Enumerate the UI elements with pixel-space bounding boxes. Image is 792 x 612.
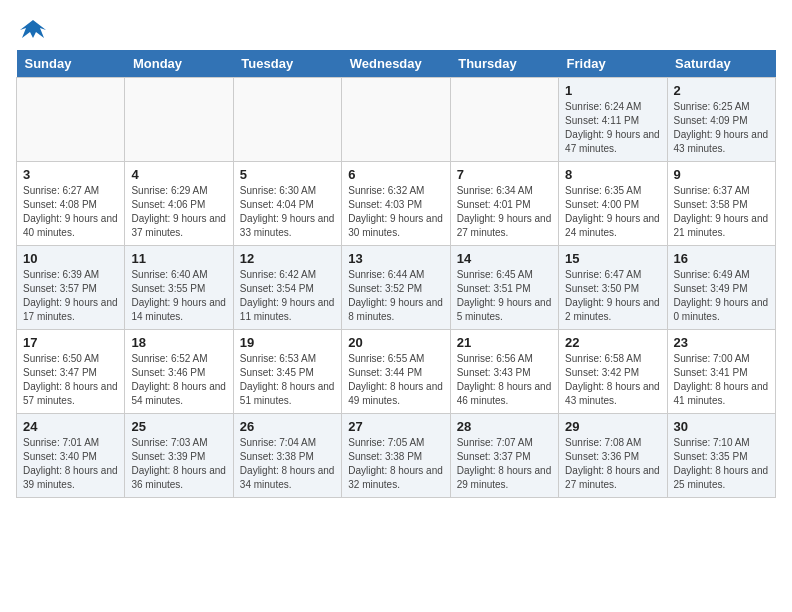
day-info: Sunrise: 6:32 AM Sunset: 4:03 PM Dayligh… xyxy=(348,184,443,240)
day-number: 4 xyxy=(131,167,226,182)
day-number: 20 xyxy=(348,335,443,350)
day-info: Sunrise: 7:07 AM Sunset: 3:37 PM Dayligh… xyxy=(457,436,552,492)
day-info: Sunrise: 6:44 AM Sunset: 3:52 PM Dayligh… xyxy=(348,268,443,324)
day-info: Sunrise: 6:34 AM Sunset: 4:01 PM Dayligh… xyxy=(457,184,552,240)
day-info: Sunrise: 6:45 AM Sunset: 3:51 PM Dayligh… xyxy=(457,268,552,324)
calendar-cell: 23Sunrise: 7:00 AM Sunset: 3:41 PM Dayli… xyxy=(667,330,775,414)
calendar-cell: 9Sunrise: 6:37 AM Sunset: 3:58 PM Daylig… xyxy=(667,162,775,246)
day-info: Sunrise: 6:55 AM Sunset: 3:44 PM Dayligh… xyxy=(348,352,443,408)
weekday-header-saturday: Saturday xyxy=(667,50,775,78)
calendar-cell: 20Sunrise: 6:55 AM Sunset: 3:44 PM Dayli… xyxy=(342,330,450,414)
day-info: Sunrise: 6:58 AM Sunset: 3:42 PM Dayligh… xyxy=(565,352,660,408)
calendar-cell: 17Sunrise: 6:50 AM Sunset: 3:47 PM Dayli… xyxy=(17,330,125,414)
day-number: 16 xyxy=(674,251,769,266)
svg-marker-0 xyxy=(20,20,46,38)
calendar-cell: 21Sunrise: 6:56 AM Sunset: 3:43 PM Dayli… xyxy=(450,330,558,414)
calendar-cell: 22Sunrise: 6:58 AM Sunset: 3:42 PM Dayli… xyxy=(559,330,667,414)
day-number: 22 xyxy=(565,335,660,350)
day-number: 1 xyxy=(565,83,660,98)
calendar-cell: 5Sunrise: 6:30 AM Sunset: 4:04 PM Daylig… xyxy=(233,162,341,246)
day-number: 15 xyxy=(565,251,660,266)
calendar-cell: 28Sunrise: 7:07 AM Sunset: 3:37 PM Dayli… xyxy=(450,414,558,498)
day-number: 23 xyxy=(674,335,769,350)
calendar-cell: 19Sunrise: 6:53 AM Sunset: 3:45 PM Dayli… xyxy=(233,330,341,414)
day-number: 26 xyxy=(240,419,335,434)
header xyxy=(16,16,776,38)
day-number: 30 xyxy=(674,419,769,434)
calendar-cell: 18Sunrise: 6:52 AM Sunset: 3:46 PM Dayli… xyxy=(125,330,233,414)
calendar-table: SundayMondayTuesdayWednesdayThursdayFrid… xyxy=(16,50,776,498)
logo-bird-icon xyxy=(18,16,48,44)
day-number: 24 xyxy=(23,419,118,434)
calendar-cell: 4Sunrise: 6:29 AM Sunset: 4:06 PM Daylig… xyxy=(125,162,233,246)
calendar-cell: 14Sunrise: 6:45 AM Sunset: 3:51 PM Dayli… xyxy=(450,246,558,330)
day-number: 7 xyxy=(457,167,552,182)
day-info: Sunrise: 6:30 AM Sunset: 4:04 PM Dayligh… xyxy=(240,184,335,240)
day-number: 13 xyxy=(348,251,443,266)
weekday-header-thursday: Thursday xyxy=(450,50,558,78)
calendar-cell xyxy=(342,78,450,162)
day-number: 6 xyxy=(348,167,443,182)
day-info: Sunrise: 6:56 AM Sunset: 3:43 PM Dayligh… xyxy=(457,352,552,408)
calendar-cell: 3Sunrise: 6:27 AM Sunset: 4:08 PM Daylig… xyxy=(17,162,125,246)
calendar-cell: 30Sunrise: 7:10 AM Sunset: 3:35 PM Dayli… xyxy=(667,414,775,498)
calendar-cell xyxy=(233,78,341,162)
day-info: Sunrise: 7:00 AM Sunset: 3:41 PM Dayligh… xyxy=(674,352,769,408)
calendar-cell: 12Sunrise: 6:42 AM Sunset: 3:54 PM Dayli… xyxy=(233,246,341,330)
day-number: 12 xyxy=(240,251,335,266)
day-info: Sunrise: 6:42 AM Sunset: 3:54 PM Dayligh… xyxy=(240,268,335,324)
day-info: Sunrise: 6:37 AM Sunset: 3:58 PM Dayligh… xyxy=(674,184,769,240)
day-info: Sunrise: 6:27 AM Sunset: 4:08 PM Dayligh… xyxy=(23,184,118,240)
day-number: 18 xyxy=(131,335,226,350)
day-number: 21 xyxy=(457,335,552,350)
day-info: Sunrise: 6:25 AM Sunset: 4:09 PM Dayligh… xyxy=(674,100,769,156)
day-info: Sunrise: 6:40 AM Sunset: 3:55 PM Dayligh… xyxy=(131,268,226,324)
day-number: 27 xyxy=(348,419,443,434)
day-number: 28 xyxy=(457,419,552,434)
weekday-header-sunday: Sunday xyxy=(17,50,125,78)
day-info: Sunrise: 6:35 AM Sunset: 4:00 PM Dayligh… xyxy=(565,184,660,240)
calendar-cell: 1Sunrise: 6:24 AM Sunset: 4:11 PM Daylig… xyxy=(559,78,667,162)
weekday-header-wednesday: Wednesday xyxy=(342,50,450,78)
day-number: 17 xyxy=(23,335,118,350)
calendar-cell: 7Sunrise: 6:34 AM Sunset: 4:01 PM Daylig… xyxy=(450,162,558,246)
calendar-cell: 11Sunrise: 6:40 AM Sunset: 3:55 PM Dayli… xyxy=(125,246,233,330)
calendar-cell: 29Sunrise: 7:08 AM Sunset: 3:36 PM Dayli… xyxy=(559,414,667,498)
day-number: 19 xyxy=(240,335,335,350)
day-info: Sunrise: 7:04 AM Sunset: 3:38 PM Dayligh… xyxy=(240,436,335,492)
day-number: 11 xyxy=(131,251,226,266)
calendar-cell: 25Sunrise: 7:03 AM Sunset: 3:39 PM Dayli… xyxy=(125,414,233,498)
day-info: Sunrise: 7:10 AM Sunset: 3:35 PM Dayligh… xyxy=(674,436,769,492)
day-number: 10 xyxy=(23,251,118,266)
calendar-cell: 8Sunrise: 6:35 AM Sunset: 4:00 PM Daylig… xyxy=(559,162,667,246)
day-number: 3 xyxy=(23,167,118,182)
day-info: Sunrise: 6:53 AM Sunset: 3:45 PM Dayligh… xyxy=(240,352,335,408)
day-info: Sunrise: 6:24 AM Sunset: 4:11 PM Dayligh… xyxy=(565,100,660,156)
day-number: 5 xyxy=(240,167,335,182)
calendar-cell: 2Sunrise: 6:25 AM Sunset: 4:09 PM Daylig… xyxy=(667,78,775,162)
calendar-cell: 27Sunrise: 7:05 AM Sunset: 3:38 PM Dayli… xyxy=(342,414,450,498)
day-info: Sunrise: 7:08 AM Sunset: 3:36 PM Dayligh… xyxy=(565,436,660,492)
day-info: Sunrise: 6:39 AM Sunset: 3:57 PM Dayligh… xyxy=(23,268,118,324)
calendar-cell xyxy=(17,78,125,162)
weekday-header-friday: Friday xyxy=(559,50,667,78)
day-number: 29 xyxy=(565,419,660,434)
calendar-cell: 24Sunrise: 7:01 AM Sunset: 3:40 PM Dayli… xyxy=(17,414,125,498)
day-info: Sunrise: 7:05 AM Sunset: 3:38 PM Dayligh… xyxy=(348,436,443,492)
day-number: 14 xyxy=(457,251,552,266)
day-info: Sunrise: 6:49 AM Sunset: 3:49 PM Dayligh… xyxy=(674,268,769,324)
day-number: 9 xyxy=(674,167,769,182)
calendar-cell xyxy=(125,78,233,162)
calendar-cell: 10Sunrise: 6:39 AM Sunset: 3:57 PM Dayli… xyxy=(17,246,125,330)
logo xyxy=(16,16,48,38)
calendar-cell xyxy=(450,78,558,162)
day-info: Sunrise: 6:50 AM Sunset: 3:47 PM Dayligh… xyxy=(23,352,118,408)
calendar-cell: 15Sunrise: 6:47 AM Sunset: 3:50 PM Dayli… xyxy=(559,246,667,330)
calendar-cell: 13Sunrise: 6:44 AM Sunset: 3:52 PM Dayli… xyxy=(342,246,450,330)
calendar-cell: 6Sunrise: 6:32 AM Sunset: 4:03 PM Daylig… xyxy=(342,162,450,246)
day-info: Sunrise: 7:01 AM Sunset: 3:40 PM Dayligh… xyxy=(23,436,118,492)
day-info: Sunrise: 6:52 AM Sunset: 3:46 PM Dayligh… xyxy=(131,352,226,408)
day-number: 25 xyxy=(131,419,226,434)
weekday-header-monday: Monday xyxy=(125,50,233,78)
day-number: 8 xyxy=(565,167,660,182)
